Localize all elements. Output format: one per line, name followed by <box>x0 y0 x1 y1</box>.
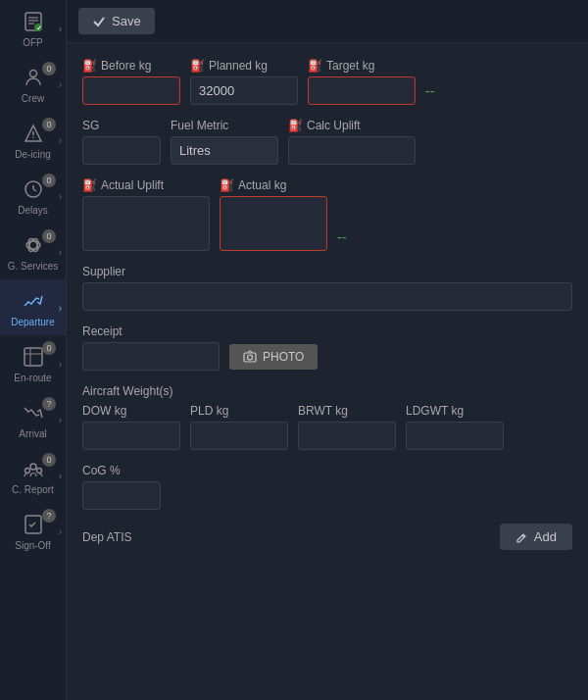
sidebar-item-creport[interactable]: 0 C. Report › <box>0 447 66 503</box>
receipt-label: Receipt <box>82 325 572 338</box>
svg-rect-16 <box>24 348 42 366</box>
sidebar-item-crew-label: Crew <box>22 93 44 104</box>
badge-signoff: ? <box>42 509 56 523</box>
sidebar-chevron-gservices: › <box>59 246 62 257</box>
photo-label: PHOTO <box>263 350 304 364</box>
fuel-icon-actual-kg: ⛽ <box>220 178 234 192</box>
sg-input[interactable] <box>82 136 161 165</box>
before-kg-label: ⛽ Before kg <box>82 59 180 73</box>
calc-uplift-group: ⛽ Calc Uplift <box>288 119 416 165</box>
sidebar-chevron-arrival: › <box>59 414 62 425</box>
actual-kg-group: ⛽ Actual kg <box>220 178 327 251</box>
photo-button[interactable]: PHOTO <box>229 344 318 370</box>
sidebar-item-enroute[interactable]: 0 En-route › <box>0 335 66 391</box>
cog-label: CoG % <box>82 464 572 477</box>
main-area: Save ⛽ Before kg ⛽ Planned kg <box>67 0 588 700</box>
weights-row: DOW kg PLD kg BRWT kg LDGWT kg <box>82 404 572 450</box>
svg-rect-23 <box>244 353 256 362</box>
svg-point-6 <box>29 71 36 77</box>
calc-uplift-input[interactable] <box>288 136 416 165</box>
sidebar-item-delays[interactable]: 0 Delays › <box>0 168 66 224</box>
green-dash-2: -- <box>337 229 346 251</box>
sidebar-item-departure-label: Departure <box>11 317 54 327</box>
ldgwt-kg-group: LDGWT kg <box>406 404 504 450</box>
before-kg-input[interactable] <box>82 76 180 105</box>
dow-kg-group: DOW kg <box>82 404 180 450</box>
sidebar-item-signoff[interactable]: ? Sign-Off › <box>0 503 66 559</box>
check-icon <box>92 15 106 28</box>
sidebar-chevron-deicing: › <box>59 134 62 145</box>
aircraft-weights-label: Aircraft Weight(s) <box>82 384 572 398</box>
pld-kg-group: PLD kg <box>190 404 288 450</box>
fuel-icon-target: ⛽ <box>308 59 322 73</box>
svg-point-21 <box>36 469 41 474</box>
cog-group: CoG % <box>82 464 572 510</box>
ldgwt-kg-label: LDGWT kg <box>406 404 504 418</box>
badge-enroute: 0 <box>42 341 56 355</box>
fuel-row-1: ⛽ Before kg ⛽ Planned kg ⛽ Target kg <box>82 59 572 105</box>
sidebar-item-ofp[interactable]: ✓ OFP › <box>0 0 66 56</box>
sidebar-item-departure[interactable]: Departure › <box>0 279 66 335</box>
header: Save <box>67 0 588 43</box>
svg-point-20 <box>24 469 29 474</box>
departure-icon <box>20 287 47 315</box>
sidebar-item-deicing-label: De-icing <box>15 149 51 160</box>
sidebar-chevron-departure: › <box>59 302 62 313</box>
sidebar-item-creport-label: C. Report <box>12 484 54 495</box>
save-button[interactable]: Save <box>78 8 155 34</box>
camera-icon <box>243 350 257 364</box>
save-label: Save <box>112 14 141 28</box>
cog-input[interactable] <box>82 481 161 510</box>
sidebar-item-crew[interactable]: 0 Crew › <box>0 56 66 112</box>
aircraft-weights-section: Aircraft Weight(s) DOW kg PLD kg BRWT kg… <box>82 384 572 450</box>
before-kg-group: ⛽ Before kg <box>82 59 180 105</box>
dow-kg-input[interactable] <box>82 422 180 450</box>
supplier-group: Supplier <box>82 265 572 311</box>
sg-label: SG <box>82 119 161 132</box>
badge-deicing: 0 <box>42 118 56 131</box>
planned-kg-group: ⛽ Planned kg <box>190 59 298 105</box>
sidebar-chevron-signoff: › <box>59 525 62 536</box>
fuel-metric-group: Fuel Metric Litres <box>171 119 278 165</box>
fuel-metric-label: Fuel Metric <box>171 119 278 132</box>
planned-kg-input[interactable] <box>190 76 298 105</box>
fuel-row-2: SG Fuel Metric Litres ⛽ Calc Uplift <box>82 119 572 165</box>
sg-group: SG <box>82 119 161 165</box>
sidebar-chevron-enroute: › <box>59 358 62 369</box>
pld-kg-label: PLD kg <box>190 404 288 418</box>
sidebar-chevron-crew: › <box>59 78 62 89</box>
green-dash-1: -- <box>425 83 434 105</box>
svg-text:✓: ✓ <box>35 25 41 31</box>
badge-crew: 0 <box>42 62 56 75</box>
sidebar-item-gservices[interactable]: 0 G. Services › <box>0 224 66 279</box>
fuel-icon-actual-uplift: ⛽ <box>82 178 97 192</box>
actual-kg-input[interactable] <box>220 196 327 251</box>
fuel-icon-calc: ⛽ <box>288 119 303 132</box>
badge-delays: 0 <box>42 174 56 187</box>
sidebar-chevron-ofp: › <box>59 23 62 33</box>
brwt-kg-label: BRWT kg <box>298 404 396 418</box>
sidebar-chevron-creport: › <box>59 470 62 480</box>
sidebar-item-arrival-label: Arrival <box>19 428 46 439</box>
planned-kg-label: ⛽ Planned kg <box>190 59 298 73</box>
fuel-metric-value[interactable]: Litres <box>171 136 278 165</box>
sidebar-item-deicing[interactable]: 0 De-icing › <box>0 112 66 168</box>
sidebar-item-delays-label: Delays <box>18 205 48 216</box>
brwt-kg-group: BRWT kg <box>298 404 396 450</box>
target-kg-group: ⛽ Target kg <box>308 59 416 105</box>
target-kg-input[interactable] <box>308 76 416 105</box>
ldgwt-kg-input[interactable] <box>406 422 504 450</box>
supplier-input[interactable] <box>82 282 572 311</box>
actual-kg-label: ⛽ Actual kg <box>220 178 327 192</box>
form-content: ⛽ Before kg ⛽ Planned kg ⛽ Target kg <box>67 43 588 700</box>
add-button[interactable]: Add <box>500 524 572 550</box>
receipt-input[interactable] <box>82 342 220 371</box>
ofp-icon: ✓ <box>20 8 47 35</box>
supplier-label: Supplier <box>82 265 572 278</box>
svg-line-12 <box>33 189 36 191</box>
pld-kg-input[interactable] <box>190 422 288 450</box>
sidebar-item-arrival[interactable]: ? Arrival › <box>0 391 66 447</box>
brwt-kg-input[interactable] <box>298 422 396 450</box>
actual-uplift-input[interactable] <box>82 196 210 251</box>
sidebar-item-gservices-label: G. Services <box>8 261 59 272</box>
